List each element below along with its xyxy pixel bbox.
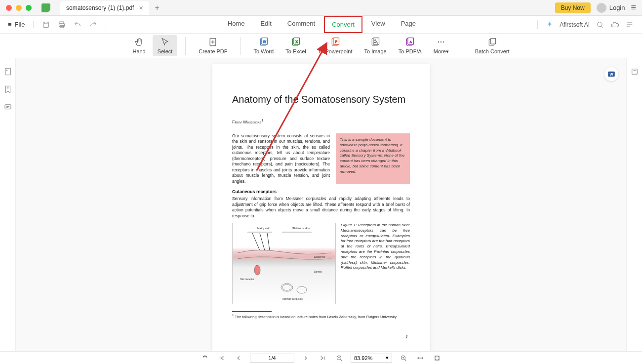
footnote-rule bbox=[232, 311, 272, 312]
footnote: 1 The following description is based on … bbox=[232, 313, 410, 319]
svg-point-39 bbox=[282, 284, 291, 290]
app-logo bbox=[41, 3, 50, 12]
svg-line-34 bbox=[252, 233, 260, 250]
excel-icon: X bbox=[291, 37, 301, 47]
svg-point-40 bbox=[297, 286, 307, 293]
svg-point-21 bbox=[438, 41, 440, 42]
properties-button[interactable] bbox=[630, 67, 639, 76]
to-word-button[interactable]: W To Word bbox=[248, 35, 279, 57]
page-input[interactable] bbox=[250, 354, 294, 363]
create-pdf-icon bbox=[208, 37, 218, 47]
svg-text:X: X bbox=[295, 40, 298, 43]
svg-point-23 bbox=[443, 41, 444, 42]
file-label: File bbox=[15, 21, 25, 28]
ai-label[interactable]: Afirstsoft AI bbox=[560, 21, 590, 28]
undo-button[interactable] bbox=[73, 20, 82, 29]
image-icon bbox=[370, 37, 380, 47]
tab-title: somatosensory (1) (1).pdf bbox=[66, 4, 134, 11]
left-sidebar bbox=[0, 58, 16, 351]
zoom-select[interactable]: 83.92%▾ bbox=[351, 354, 392, 363]
statusbar: 83.92%▾ bbox=[0, 351, 642, 364]
quick-word-convert-button[interactable]: W bbox=[604, 67, 618, 81]
powerpoint-icon: P bbox=[330, 37, 340, 47]
to-excel-button[interactable]: X To Excel bbox=[281, 35, 311, 57]
svg-text:P: P bbox=[335, 40, 337, 43]
chevron-down-icon: ▾ bbox=[386, 355, 389, 361]
more-button[interactable]: More▾ bbox=[429, 35, 454, 57]
tab-convert[interactable]: Convert bbox=[324, 16, 362, 33]
paragraph-2: Sensory information from Meissner corpus… bbox=[232, 196, 410, 219]
word-icon: W bbox=[259, 37, 269, 47]
quick-toolbar bbox=[34, 20, 106, 29]
new-tab-button[interactable]: + bbox=[155, 3, 160, 12]
last-page-button[interactable] bbox=[317, 355, 328, 362]
buy-now-button[interactable]: Buy Now bbox=[555, 2, 591, 13]
collapse-ribbon-button[interactable] bbox=[625, 20, 634, 29]
fit-width-button[interactable] bbox=[415, 355, 426, 362]
file-menu-button[interactable]: ≡ File bbox=[8, 21, 34, 28]
tab-page[interactable]: Page bbox=[394, 16, 423, 33]
more-label: More▾ bbox=[434, 48, 449, 55]
zoom-in-button[interactable] bbox=[398, 355, 409, 362]
thumbnails-button[interactable] bbox=[3, 67, 12, 76]
batch-icon bbox=[487, 37, 497, 47]
to-word-label: To Word bbox=[253, 48, 274, 54]
select-tool-button[interactable]: Select bbox=[153, 35, 178, 56]
svg-point-4 bbox=[598, 22, 602, 26]
fit-page-button[interactable] bbox=[432, 355, 442, 362]
tab-close-button[interactable]: × bbox=[139, 4, 143, 12]
comments-button[interactable] bbox=[3, 103, 12, 112]
close-window-button[interactable] bbox=[6, 5, 12, 11]
tab-edit[interactable]: Edit bbox=[253, 16, 278, 33]
scroll-top-button[interactable] bbox=[200, 355, 210, 362]
svg-text:Pacinian corpuscle: Pacinian corpuscle bbox=[282, 297, 303, 300]
print-button[interactable] bbox=[57, 20, 66, 29]
svg-text:Dermis: Dermis bbox=[314, 270, 322, 273]
first-page-button[interactable] bbox=[216, 355, 227, 362]
to-pdfa-button[interactable]: A To PDF/A bbox=[394, 35, 427, 57]
document-viewport[interactable]: Anatomy of the Somatosensory System From… bbox=[16, 58, 626, 351]
sparkle-icon bbox=[546, 21, 554, 29]
cloud-button[interactable] bbox=[610, 20, 619, 29]
to-powerpoint-button[interactable]: P To Powerpoint bbox=[313, 35, 358, 57]
hand-label: Hand bbox=[132, 48, 145, 54]
search-button[interactable] bbox=[596, 20, 604, 29]
main-tabs: Home Edit Comment Convert View Page bbox=[221, 16, 423, 33]
login-label: Login bbox=[609, 4, 625, 11]
document-source: From Wikibooks1 bbox=[232, 118, 410, 124]
bookmarks-button[interactable] bbox=[3, 85, 12, 94]
login-button[interactable]: Login bbox=[597, 3, 625, 13]
create-pdf-button[interactable]: Create PDF bbox=[194, 35, 232, 56]
svg-text:Epidermis: Epidermis bbox=[314, 255, 325, 258]
document-title: Anatomy of the Somatosensory System bbox=[232, 94, 410, 105]
svg-rect-29 bbox=[632, 69, 637, 75]
next-page-button[interactable] bbox=[300, 355, 311, 362]
minimize-window-button[interactable] bbox=[16, 5, 22, 11]
redo-button[interactable] bbox=[89, 20, 98, 29]
prev-page-button[interactable] bbox=[233, 355, 244, 362]
zoom-out-button[interactable] bbox=[334, 355, 345, 362]
avatar-icon bbox=[597, 3, 606, 13]
to-pdfa-label: To PDF/A bbox=[399, 48, 422, 54]
maximize-window-button[interactable] bbox=[26, 5, 32, 11]
tab-view[interactable]: View bbox=[364, 16, 392, 33]
more-icon bbox=[436, 37, 446, 47]
app-menu-button[interactable]: ≡ bbox=[631, 2, 636, 13]
svg-text:Hairy skin: Hairy skin bbox=[257, 227, 270, 230]
to-image-label: To Image bbox=[364, 48, 386, 54]
paragraph-1: Our somatosensory system consists of sen… bbox=[232, 133, 330, 184]
svg-point-38 bbox=[281, 283, 293, 291]
to-image-button[interactable]: To Image bbox=[359, 35, 391, 57]
titlebar: somatosensory (1) (1).pdf × + Buy Now Lo… bbox=[0, 0, 642, 16]
batch-convert-button[interactable]: Batch Convert bbox=[470, 35, 515, 56]
tab-comment[interactable]: Comment bbox=[281, 16, 322, 33]
save-button[interactable] bbox=[41, 20, 50, 29]
skin-figure: Hairy skin Glabrous skin Epidermis Dermi… bbox=[232, 223, 336, 304]
document-tab[interactable]: somatosensory (1) (1).pdf × bbox=[60, 1, 149, 15]
svg-text:Hair receptor: Hair receptor bbox=[240, 278, 254, 281]
window-controls bbox=[6, 5, 32, 11]
svg-rect-1 bbox=[60, 22, 64, 24]
hand-tool-button[interactable]: Hand bbox=[127, 35, 150, 56]
pdfa-icon: A bbox=[405, 37, 415, 47]
tab-home[interactable]: Home bbox=[221, 16, 252, 33]
